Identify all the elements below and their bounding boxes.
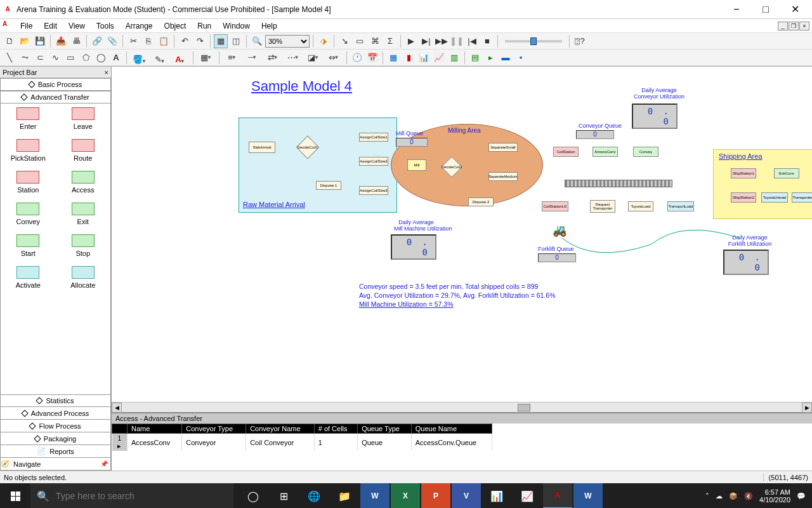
- paste-button[interactable]: 📋: [157, 34, 171, 48]
- taskbar-search[interactable]: 🔍: [30, 483, 233, 508]
- open-button[interactable]: 📂: [18, 34, 32, 48]
- expr-button[interactable]: ⌘: [368, 34, 382, 48]
- speed-slider[interactable]: [505, 40, 562, 43]
- flip-h-button[interactable]: ⇔▼: [324, 51, 343, 65]
- block-ship2[interactable]: ShipStation2: [731, 192, 756, 203]
- line-style-button[interactable]: ┄▼: [243, 51, 262, 65]
- line-pattern-button[interactable]: ▦▼: [197, 51, 216, 65]
- zoom-select[interactable]: 30%: [265, 35, 310, 48]
- fastfwd-button[interactable]: ▶▶: [435, 34, 449, 48]
- visio-icon[interactable]: V: [452, 483, 481, 508]
- module-pickstation[interactable]: PickStation: [6, 139, 50, 162]
- redo-button[interactable]: ↷: [193, 34, 207, 48]
- date-button[interactable]: 📅: [365, 51, 379, 65]
- panel-statistics[interactable]: Statistics: [0, 394, 111, 407]
- text-tool[interactable]: A: [109, 51, 123, 65]
- panel-reports[interactable]: 📄Reports: [0, 445, 111, 458]
- tray-clock[interactable]: 6:57 AM4/10/2020: [759, 488, 790, 504]
- step-button[interactable]: ▶|: [419, 34, 433, 48]
- block-exitconv[interactable]: ExitConv: [774, 168, 799, 178]
- menu-object[interactable]: Object: [159, 20, 192, 32]
- save-button[interactable]: 💾: [33, 34, 47, 48]
- close-button[interactable]: ✕: [780, 0, 809, 19]
- undo-button[interactable]: ↶: [178, 34, 192, 48]
- panel-navigate[interactable]: 🧭Navigate📌: [0, 458, 111, 471]
- block-transexit[interactable]: TransporterExit: [792, 192, 812, 203]
- zoom-icon[interactable]: 🔍: [250, 34, 264, 48]
- block-convey[interactable]: Convey: [633, 147, 658, 157]
- menu-view[interactable]: View: [63, 20, 90, 32]
- mdi-restore-button[interactable]: ❐: [789, 22, 799, 30]
- menu-run[interactable]: Run: [192, 20, 216, 32]
- panel-flow-process[interactable]: Flow Process: [0, 420, 111, 432]
- panel-basic-process[interactable]: Basic Process: [0, 78, 111, 91]
- polygon-tool[interactable]: ⬠: [79, 51, 93, 65]
- connect-button[interactable]: ↘: [337, 34, 351, 48]
- resource-button[interactable]: ▸: [483, 51, 497, 65]
- module-button[interactable]: ▭: [353, 34, 367, 48]
- submodel-button[interactable]: ⬗: [317, 34, 331, 48]
- block-assign1[interactable]: AssignCoilSize1: [359, 133, 388, 142]
- queue-anim-button[interactable]: ▬: [499, 51, 513, 65]
- context-help-button[interactable]: ⍰?: [573, 34, 587, 48]
- minimize-button[interactable]: −: [722, 0, 751, 19]
- block-dispose2[interactable]: Dispose 2: [468, 197, 494, 206]
- scroll-thumb[interactable]: [518, 404, 530, 411]
- app-icon-2[interactable]: 📈: [513, 483, 542, 508]
- block-ship1[interactable]: ShipStation1: [731, 168, 756, 178]
- tray-dropbox-icon[interactable]: 📦: [729, 492, 738, 500]
- block-coilstationlg[interactable]: CoilStationLG: [542, 201, 568, 211]
- module-convey[interactable]: Convey: [6, 203, 50, 225]
- clock-button[interactable]: 🕐: [350, 51, 364, 65]
- menu-arrange[interactable]: Arrange: [121, 20, 158, 32]
- attach-button[interactable]: 🔗: [90, 34, 104, 48]
- tray-chevron-icon[interactable]: ˄: [705, 492, 709, 500]
- block-accessconv[interactable]: AccessConv: [593, 147, 618, 157]
- tray-volume-icon[interactable]: 🔇: [744, 492, 753, 500]
- module-activate[interactable]: Activate: [6, 266, 50, 289]
- chart-button[interactable]: ▥: [447, 51, 461, 65]
- line-color-button[interactable]: ✎▼: [150, 51, 169, 65]
- table-row[interactable]: 1 ▸ AccessConvConveyorCoil Conveyor 1Que…: [112, 434, 492, 451]
- chrome-icon[interactable]: 🌐: [299, 483, 329, 508]
- menu-window[interactable]: Window: [218, 20, 255, 32]
- import-button[interactable]: 📥: [54, 34, 68, 48]
- taskview-icon[interactable]: ⊞: [269, 483, 298, 508]
- split-button[interactable]: ◫: [229, 34, 243, 48]
- line-tool[interactable]: ╲: [3, 51, 16, 65]
- block-toyload[interactable]: ToyotaLoad: [628, 201, 653, 211]
- pause-button[interactable]: ❚❚: [450, 34, 464, 48]
- storage-button[interactable]: ▪: [514, 51, 528, 65]
- module-leave[interactable]: Leave: [61, 107, 105, 130]
- go-button[interactable]: ▶: [404, 34, 418, 48]
- sigma-button[interactable]: Σ: [383, 34, 397, 48]
- block-assign3[interactable]: AssignCoilSize3: [359, 186, 388, 195]
- block-coilstation[interactable]: CoilStation: [553, 147, 579, 157]
- module-route[interactable]: Route: [61, 139, 105, 162]
- search-input[interactable]: [56, 491, 227, 501]
- module-access[interactable]: Access: [61, 171, 105, 194]
- menu-file[interactable]: File: [15, 20, 37, 32]
- dash-button[interactable]: ⋯▼: [284, 51, 303, 65]
- mdi-minimize-button[interactable]: _: [778, 22, 788, 30]
- block-transload[interactable]: TransportLoad: [667, 201, 694, 211]
- excel-icon[interactable]: X: [391, 483, 420, 508]
- module-exit[interactable]: Exit: [61, 203, 105, 225]
- word-icon[interactable]: W: [360, 483, 390, 508]
- ellipse-tool[interactable]: ◯: [94, 51, 108, 65]
- block-mill[interactable]: Mill: [407, 159, 426, 171]
- module-stop[interactable]: Stop: [61, 234, 105, 257]
- tray-notifications-icon[interactable]: 💬: [797, 492, 806, 500]
- arrow-style-button[interactable]: ⇄▼: [263, 51, 282, 65]
- start-over-button[interactable]: |◀: [465, 34, 479, 48]
- bezier-tool[interactable]: ∿: [48, 51, 62, 65]
- scroll-left-icon[interactable]: ◀: [112, 403, 122, 413]
- line-weight-button[interactable]: ≡▼: [223, 51, 242, 65]
- projectbar-close-icon[interactable]: ×: [105, 69, 108, 76]
- menu-help[interactable]: Help: [256, 20, 282, 32]
- panel-packaging[interactable]: Packaging: [0, 432, 111, 445]
- block-sepsmall[interactable]: SeparateSmall: [488, 143, 518, 152]
- mdi-close-button[interactable]: ×: [799, 22, 809, 30]
- powerpoint-icon[interactable]: P: [421, 483, 450, 508]
- model-canvas[interactable]: Sample Model 4 Raw Material Arrival Slab…: [112, 67, 812, 402]
